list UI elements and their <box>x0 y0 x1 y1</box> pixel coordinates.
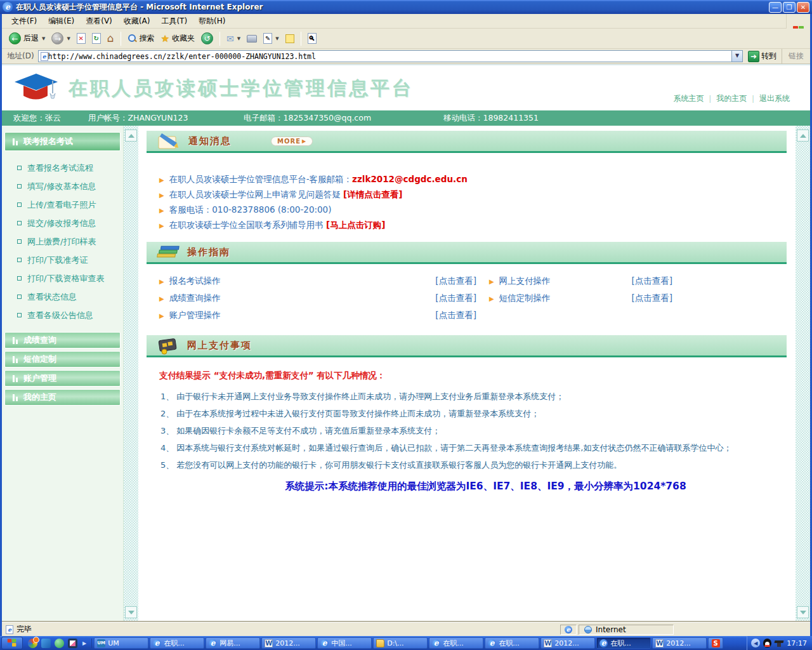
sidebar-item-view-status[interactable]: 查看状态信息 <box>2 288 123 306</box>
nav-system-home[interactable]: 系统主页 <box>673 94 704 103</box>
print-button[interactable] <box>244 34 260 44</box>
refresh-button[interactable]: ↻ <box>89 32 104 45</box>
scroll-up-icon[interactable] <box>797 129 809 142</box>
forward-button[interactable]: → ▼ <box>48 31 73 46</box>
edit-icon: ✎ <box>263 33 272 44</box>
start-button[interactable] <box>1 637 23 649</box>
notice-item[interactable]: ▶客服电话：010-82378806 (8:00-20:00) <box>159 202 787 218</box>
links-toolbar[interactable]: 链接 <box>782 49 808 63</box>
status-misc-pane: e <box>560 625 577 635</box>
notice-item[interactable]: ▶在职攻读硕士学位全国联考系列辅导用书 [马上点击订购] <box>159 218 787 233</box>
mail-dropdown-icon[interactable]: ▼ <box>237 36 240 41</box>
square-bullet-icon <box>17 166 22 170</box>
sidebar-section-sms[interactable]: 短信定制 <box>4 351 121 368</box>
favorites-button[interactable]: ★ 收藏夹 <box>158 32 198 46</box>
sidebar-item-online-pay[interactable]: 网上缴费/打印样表 <box>2 232 123 251</box>
email-text: 电子邮箱：1825347350@qq.com <box>244 113 443 124</box>
graduate-icon[interactable] <box>775 639 783 647</box>
quick-launch-expand-icon[interactable]: ▶ <box>81 640 86 646</box>
go-button[interactable]: ➜ 转到 <box>748 51 776 62</box>
close-button[interactable]: ✕ <box>797 2 809 13</box>
sidebar: 联考报名考试 查看报名考试流程 填写/修改基本信息 上传/查看电子照片 提交/修… <box>2 126 124 622</box>
search-icon <box>128 34 137 43</box>
taskbar-button[interactable]: e在职... <box>150 637 204 649</box>
tray-collapse-icon[interactable]: ◀ <box>751 639 760 647</box>
address-input-box[interactable]: e ▼ <box>38 50 743 62</box>
sidebar-item-print-review-form[interactable]: 打印/下载资格审查表 <box>2 269 123 288</box>
back-button[interactable]: ← 后退 ▼ <box>6 31 48 46</box>
edit-dropdown-icon: ▼ <box>275 36 278 41</box>
wallet-icon <box>157 336 180 355</box>
content-scrollbar[interactable] <box>796 126 810 622</box>
history-button[interactable]: ↺ <box>198 31 216 46</box>
search-button[interactable]: 搜索 <box>124 32 158 45</box>
menu-help[interactable]: 帮助(H) <box>193 14 231 29</box>
taskbar-button[interactable]: e在职... <box>429 637 483 649</box>
arrow-bullet-icon: ▶ <box>159 176 164 183</box>
view-link[interactable]: [点击查看] <box>435 275 476 287</box>
sidebar-item-submit-apply[interactable]: 提交/修改报考信息 <box>2 214 123 232</box>
maximize-button[interactable]: ❐ <box>783 2 796 13</box>
square-bullet-icon <box>17 276 22 281</box>
menu-view[interactable]: 查看(V) <box>80 14 118 29</box>
discuss-button[interactable] <box>282 33 298 44</box>
sidebar-item-view-process[interactable]: 查看报名考试流程 <box>2 159 123 177</box>
back-dropdown-icon[interactable]: ▼ <box>42 36 45 41</box>
guide-row-account: ▶ 账户管理操作 [点击查看] <box>159 310 489 321</box>
scroll-up-icon[interactable] <box>125 129 137 142</box>
toolbar-separator <box>121 32 121 46</box>
emule-icon[interactable] <box>55 639 64 648</box>
menu-file[interactable]: 文件(F) <box>6 14 43 29</box>
view-link[interactable]: [点击查看] <box>435 293 476 304</box>
taskbar-button[interactable]: e网易... <box>206 637 260 649</box>
360-swirl-icon[interactable] <box>28 639 37 648</box>
square-bullet-icon <box>17 202 22 207</box>
taskbar-button[interactable]: W2012... <box>652 637 707 649</box>
menu-edit[interactable]: 编辑(E) <box>43 14 80 29</box>
home-button[interactable]: ⌂ <box>104 32 117 45</box>
edit-button[interactable]: ✎ ▼ <box>260 32 282 45</box>
qq-icon[interactable] <box>763 639 771 647</box>
minimize-button[interactable]: — <box>769 2 782 13</box>
sidebar-section-exam[interactable]: 联考报名考试 <box>4 132 121 151</box>
taskbar-button[interactable]: e在职... <box>485 637 539 649</box>
messenger-button[interactable]: 🔍︎ <box>304 32 320 45</box>
more-button[interactable]: MORE▶ <box>271 136 313 146</box>
taskbar-button[interactable]: W2012... <box>540 637 595 649</box>
notice-item[interactable]: ▶在职人员攻读硕士学位管理信息平台-客服邮箱：zzlk2012@cdgdc.ed… <box>159 172 787 187</box>
scroll-down-icon[interactable] <box>125 606 137 618</box>
nav-my-home[interactable]: 我的主页 <box>716 94 747 103</box>
sidebar-section-scores[interactable]: 成绩查询 <box>4 332 121 348</box>
sidebar-item-view-announcements[interactable]: 查看各级公告信息 <box>2 306 123 324</box>
sidebar-section-account[interactable]: 账户管理 <box>4 370 121 387</box>
sidebar-item-upload-photo[interactable]: 上传/查看电子照片 <box>2 196 123 214</box>
sidebar-section-myhome[interactable]: 我的主页 <box>4 389 121 406</box>
taskbar-button[interactable]: e中国... <box>317 637 372 649</box>
mail-button[interactable]: ✉ ▼ <box>223 32 244 45</box>
sidebar-item-edit-basic-info[interactable]: 填写/修改基本信息 <box>2 177 123 196</box>
stop-button[interactable]: ✕ <box>74 32 89 45</box>
sidebar-scrollbar[interactable] <box>124 126 138 622</box>
taskbar-buttons: UMUM e在职... e网易... W2012... e中国... D:\..… <box>92 637 747 649</box>
view-link[interactable]: [点击查看] <box>631 275 672 287</box>
messenger-icon[interactable] <box>41 639 51 648</box>
payment-intro: 支付结果提示 “支付未成功,需重新支付” 有以下几种情况： <box>147 357 787 388</box>
sogou-input-button[interactable]: S <box>708 637 723 649</box>
scroll-down-icon[interactable] <box>797 606 809 618</box>
taskbar-button[interactable]: UMUM <box>94 637 148 649</box>
taskbar-button[interactable]: D:\... <box>373 637 428 649</box>
sidebar-item-print-ticket[interactable]: 打印/下载准考证 <box>2 251 123 269</box>
print-icon <box>247 35 257 43</box>
menu-tools[interactable]: 工具(T) <box>155 14 193 29</box>
nav-logout[interactable]: 退出系统 <box>759 94 790 103</box>
address-input[interactable] <box>48 52 731 61</box>
square-bullet-icon <box>17 258 22 262</box>
media-player-icon[interactable] <box>68 639 77 648</box>
taskbar-button[interactable]: W2012... <box>261 637 316 649</box>
address-dropdown-icon[interactable]: ▼ <box>731 51 742 62</box>
view-link[interactable]: [点击查看] <box>631 293 672 304</box>
menu-favorites[interactable]: 收藏(A) <box>118 14 156 29</box>
notice-item[interactable]: ▶在职人员攻读硕士学位网上申请常见问题答疑 [详情点击查看] <box>159 187 787 202</box>
taskbar-button-active[interactable]: e在职... <box>596 637 651 649</box>
view-link[interactable]: [点击查看] <box>435 310 476 321</box>
